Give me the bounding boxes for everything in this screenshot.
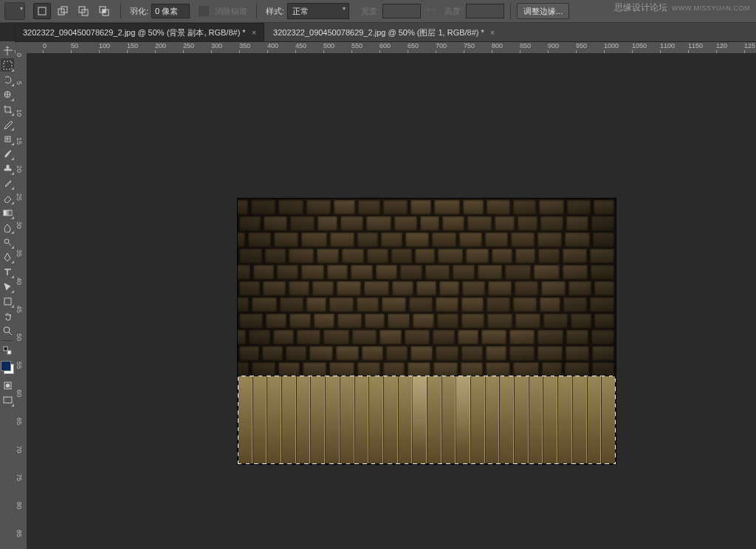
antialias-label: 消除锯齿 [215,6,247,17]
width-label: 宽度: [361,6,379,17]
svg-rect-7 [103,10,106,13]
svg-rect-0 [38,7,46,15]
canvas-area[interactable] [27,53,756,549]
swap-dimensions-icon [425,5,437,17]
selection-new-icon[interactable] [33,3,51,19]
image-wood-floor [238,376,616,464]
svg-rect-16 [7,351,11,354]
crop-tool-icon[interactable] [1,103,14,116]
svg-rect-11 [4,210,12,215]
document-tabs: 3202322_090450078629_2.jpg @ 50% (背景 副本,… [15,22,756,42]
height-label: 高度: [444,6,463,17]
quickmask-icon[interactable] [1,379,14,392]
tool-preset-picker[interactable] [4,2,25,20]
move-tool-icon[interactable] [1,44,14,57]
hand-tool-icon[interactable] [1,309,14,322]
selection-subtract-icon[interactable] [75,3,92,19]
selection-add-icon[interactable] [54,3,72,19]
eyedropper-tool-icon[interactable] [1,117,14,131]
pen-tool-icon[interactable] [1,250,14,263]
document-tab-1[interactable]: 3202322_090450078629_2.jpg @ 50% (背景 副本,… [15,23,264,41]
close-icon[interactable]: × [490,28,495,37]
history-brush-icon[interactable] [1,176,14,190]
svg-point-12 [4,239,9,244]
document-canvas[interactable] [238,198,616,464]
healing-tool-icon[interactable] [1,132,14,145]
tools-panel [0,41,15,549]
watermark: 思缘设计论坛 WWW.MISSYUAN.COM [614,1,750,14]
close-icon[interactable]: × [252,28,256,37]
antialias-checkbox [199,6,209,16]
selection-intersect-icon[interactable] [95,3,113,19]
type-tool-icon[interactable] [1,265,14,278]
brush-tool-icon[interactable] [1,147,14,160]
default-colors-icon[interactable] [1,344,14,357]
eraser-tool-icon[interactable] [1,191,14,204]
stamp-tool-icon[interactable] [1,162,14,175]
path-select-icon[interactable] [1,280,14,293]
width-input [382,4,421,18]
quick-select-tool-icon[interactable] [1,88,14,101]
style-label: 样式: [266,6,284,17]
svg-point-18 [6,384,10,387]
dodge-tool-icon[interactable] [1,235,14,249]
blur-tool-icon[interactable] [1,221,14,234]
marquee-tool-icon[interactable] [1,58,14,72]
selection-mode-group [27,0,119,22]
svg-point-14 [4,327,10,333]
style-select[interactable]: 正常 [287,3,349,19]
ruler-vertical[interactable]: 051015202530354045505560657075808590 [15,53,27,549]
screenmode-icon[interactable] [1,393,14,407]
svg-rect-13 [4,298,11,305]
refine-edge-button[interactable]: 调整边缘... [517,3,569,19]
zoom-tool-icon[interactable] [1,324,14,337]
color-swatches[interactable] [1,361,14,374]
svg-rect-8 [4,61,12,69]
shape-tool-icon[interactable] [1,294,14,308]
gradient-tool-icon[interactable] [1,206,14,219]
ruler-horizontal[interactable]: 0501001502002503003504004505005506006507… [15,41,756,54]
lasso-tool-icon[interactable] [1,73,14,86]
document-tab-2[interactable]: 3202322_090450078629_2.jpg @ 50% (图层 1, … [265,23,503,41]
svg-rect-15 [4,347,7,351]
foreground-color[interactable] [1,361,11,371]
height-input [466,4,504,18]
svg-rect-19 [4,397,12,403]
feather-label: 羽化: [130,6,148,17]
feather-input[interactable] [151,4,190,18]
